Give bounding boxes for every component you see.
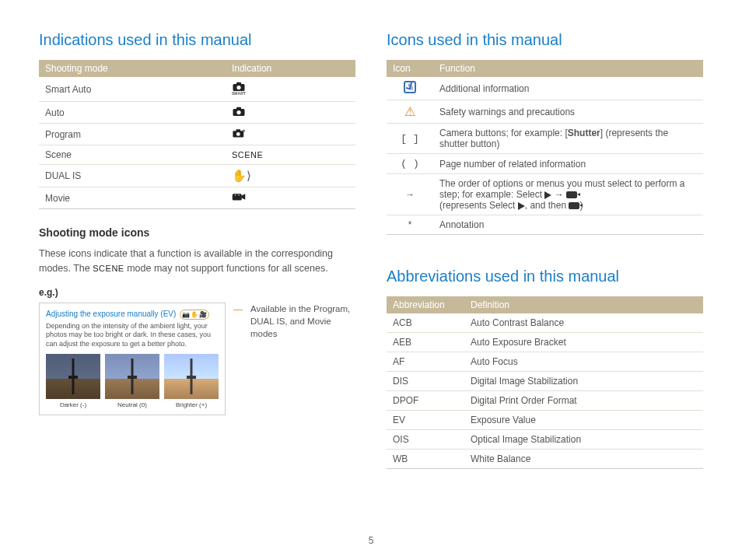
table-row: Movie <box>39 187 355 209</box>
svg-text:P: P <box>243 130 246 134</box>
thumb-image <box>105 354 159 399</box>
badge-dualis-icon: ✋ <box>191 311 198 318</box>
mode-icon-cell <box>226 102 355 124</box>
example-box: Adjusting the exposure manually (EV) 📷 ✋… <box>39 303 226 415</box>
dual-is-icon: ✋⟩ <box>232 169 251 182</box>
icon-function: Annotation <box>433 215 703 235</box>
shutter-bold: Shutter <box>568 128 600 138</box>
table-row: Scene SCENE <box>39 145 355 165</box>
icon-function: Page number of related information <box>433 154 703 174</box>
func-pre: Camera buttons; for example: [ <box>439 128 568 138</box>
icon-symbol <box>387 77 433 100</box>
abbr: DPOF <box>387 391 464 411</box>
def: Digital Image Stabilization <box>464 372 703 391</box>
col-abbreviation: Abbreviation <box>387 296 464 313</box>
def: White Balance <box>464 450 703 469</box>
svg-rect-10 <box>233 194 242 200</box>
page-columns: Indications used in this manual Shooting… <box>39 31 703 469</box>
indications-heading: Indications used in this manual <box>39 31 355 49</box>
table-row: Program P <box>39 124 355 145</box>
table-row: EVExposure Value <box>387 411 703 430</box>
eg-label: e.g.) <box>39 287 355 298</box>
svg-point-4 <box>236 110 240 114</box>
table-row: AEBAuto Exposure Bracket <box>387 333 703 352</box>
example-desc: Depending on the intensity of the ambien… <box>46 322 219 349</box>
thumb-label: Darker (-) <box>46 401 100 408</box>
svg-point-1 <box>236 86 240 89</box>
col-indication: Indication <box>226 60 355 77</box>
icons-heading: Icons used in this manual <box>387 31 703 49</box>
thumb-image <box>46 354 100 399</box>
col-function: Function <box>433 60 703 77</box>
auto-camera-icon <box>232 106 246 117</box>
thumb-label: Neutral (0) <box>105 401 159 408</box>
svg-point-14 <box>238 194 240 196</box>
table-row: DISDigital Image Stabilization <box>387 372 703 391</box>
table-row: Additional information <box>387 77 703 100</box>
mode-name: DUAL IS <box>39 165 226 187</box>
table-row: DPOFDigital Print Order Format <box>387 391 703 411</box>
thumb-image <box>164 354 219 399</box>
abbr: OIS <box>387 430 464 450</box>
example-caption: Available in the Program, DUAL IS, and M… <box>250 303 355 340</box>
callout-connector <box>233 310 243 310</box>
col-shooting-mode: Shooting mode <box>39 60 226 77</box>
def: Exposure Value <box>464 411 703 430</box>
mode-name: Scene <box>39 145 226 165</box>
mini-camera-icon <box>569 202 579 209</box>
smart-label: SMART <box>232 91 246 96</box>
table-row: → The order of options or menus you must… <box>387 174 703 215</box>
table-row: Auto <box>39 102 355 124</box>
thumb-neutral: Neutral (0) <box>105 354 159 408</box>
abbr: EV <box>387 411 464 430</box>
right-column: Icons used in this manual Icon Function … <box>387 31 703 469</box>
program-camera-icon: P <box>232 128 246 138</box>
mode-name: Program <box>39 124 226 145</box>
svg-point-13 <box>235 194 236 196</box>
table-row: ACBAuto Contrast Balance <box>387 313 703 333</box>
table-row: DUAL IS ✋⟩ <box>39 165 355 187</box>
mini-camera-icon <box>566 191 577 198</box>
col-definition: Definition <box>464 296 703 313</box>
icon-symbol: ( ) <box>387 154 433 174</box>
table-row: Smart Auto SMART <box>39 77 355 102</box>
icon-function: The order of options or menus you must s… <box>433 174 703 215</box>
warning-icon: ⚠ <box>404 105 415 118</box>
badge-program-icon: 📷 <box>182 311 190 318</box>
icon-symbol: ⚠ <box>387 100 433 124</box>
icon-symbol: → <box>387 174 433 215</box>
mode-icon-cell <box>226 187 355 209</box>
scene-inline-icon: SCENE <box>93 262 124 275</box>
col-icon: Icon <box>387 60 433 77</box>
page-number: 5 <box>369 535 374 546</box>
table-row: * Annotation <box>387 215 703 235</box>
icon-function: Safety warnings and precautions <box>433 100 703 124</box>
svg-rect-2 <box>236 82 241 85</box>
smart-auto-icon: SMART <box>232 81 246 96</box>
svg-rect-5 <box>236 107 241 110</box>
icon-function: Additional information <box>433 77 703 100</box>
thumb-label: Brighter (+) <box>164 401 219 408</box>
play-arrow-icon <box>518 202 525 210</box>
def: Auto Focus <box>464 352 703 372</box>
abbreviations-table: Abbreviation Definition ACBAuto Contrast… <box>387 296 703 469</box>
mode-icon-cell: SCENE <box>226 145 355 165</box>
mode-icon-cell: P <box>226 124 355 145</box>
svg-rect-8 <box>236 129 240 131</box>
icon-symbol: * <box>387 215 433 235</box>
info-icon <box>404 81 416 93</box>
icons-table: Icon Function Additional information ⚠ S… <box>387 60 703 235</box>
abbr: AF <box>387 352 464 372</box>
example-title: Adjusting the exposure manually (EV) <box>46 310 176 318</box>
def: Digital Print Order Format <box>464 391 703 411</box>
table-row: [ ] Camera buttons; for example: [Shutte… <box>387 124 703 154</box>
def: Auto Exposure Bracket <box>464 333 703 352</box>
movie-icon <box>232 191 246 202</box>
abbr: ACB <box>387 313 464 333</box>
table-row: AFAuto Focus <box>387 352 703 372</box>
svg-point-7 <box>236 132 240 136</box>
table-row: ⚠ Safety warnings and precautions <box>387 100 703 124</box>
icon-symbol: [ ] <box>387 124 433 154</box>
abbr: WB <box>387 450 464 469</box>
mode-name: Auto <box>39 102 226 124</box>
